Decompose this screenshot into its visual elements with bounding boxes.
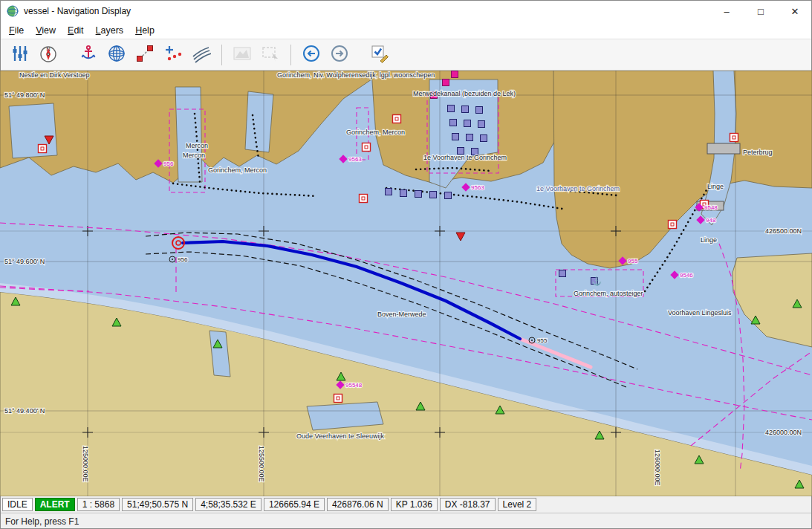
status-field: 1 : 5868 (77, 498, 120, 511)
berth-symbol (363, 143, 371, 152)
place-label: 1e Voorhaven te Gorinchem (536, 185, 620, 192)
hectometre-dot (531, 340, 533, 341)
berth-symbol (360, 195, 368, 203)
moored-vessel-symbol (450, 120, 457, 126)
window-title: vessel - Navigation Display (24, 6, 131, 16)
parallel-lines-icon (192, 44, 211, 65)
moored-vessel-symbol (467, 134, 473, 141)
hectometre-label: 955 (537, 337, 548, 344)
place-label: Gorinchem, autosteiger (574, 290, 643, 297)
berth-symbol (730, 134, 738, 142)
aid-number-label: 9563 (348, 156, 362, 163)
anchorage-icon: ⚓ (591, 276, 602, 286)
place-label: Linge (707, 183, 724, 190)
display-settings-button[interactable] (6, 42, 34, 68)
berth-symbol (334, 395, 342, 403)
anchor-button[interactable] (74, 42, 103, 68)
status-idle: IDLE (2, 498, 33, 511)
aid-number-label: 956 (163, 160, 174, 167)
moored-vessel-symbol (462, 106, 469, 113)
moored-vessel-symbol (400, 190, 407, 197)
place-label: Merwedekanaal (bezuiden de Lek) (413, 90, 516, 97)
menu-edit[interactable]: Edit (62, 24, 90, 37)
aid-number-label: 9563 (471, 184, 484, 191)
berth-symbol (39, 145, 47, 153)
status-field: 4;58;35.532 E (195, 498, 262, 511)
parallel-routes-button[interactable] (187, 42, 215, 68)
compass-button[interactable]: N (34, 42, 62, 68)
place-label: Boven-Merwede (377, 311, 426, 318)
compass-icon: N (39, 44, 58, 65)
waypoint-icon (163, 44, 183, 65)
grid-coordinate-label: 125500.00E (258, 446, 265, 482)
place-label: Mercon (183, 152, 205, 159)
moored-vessel-symbol (559, 270, 566, 277)
line-icon (135, 44, 155, 65)
status-field: 51;49;50.575 N (122, 498, 193, 511)
grid-coordinate-label: 125000.00E (82, 446, 89, 482)
hectometre-label: 956 (178, 256, 188, 263)
place-label: Gorinchem, Mercon (346, 129, 405, 136)
anchor-icon (79, 44, 98, 65)
moored-vessel-symbol (478, 121, 485, 128)
chart-icon (233, 44, 252, 65)
select-area-button (256, 42, 285, 68)
menu-view[interactable]: View (30, 24, 62, 37)
chart-image-button (228, 42, 256, 68)
help-text: For Help, press F1 (5, 516, 79, 527)
moored-vessel-symbol (452, 134, 459, 140)
globe-button[interactable] (103, 42, 131, 68)
aid-number-label: 9548 (704, 204, 718, 211)
place-label: Gorinchem, Niv. Wolpherensedijk, lgpl. w… (277, 71, 435, 79)
place-label: Voorhaven Lingesluis (668, 309, 732, 317)
place-label: Gorinchem, Mercon (208, 166, 267, 174)
minimize-button[interactable]: – (709, 0, 744, 22)
menu-file[interactable]: File (3, 24, 30, 37)
status-field: DX -818.37 (440, 498, 496, 511)
place-label: Peterbrug (743, 149, 773, 156)
moored-vessel-symbol (445, 192, 452, 199)
window-controls: – □ ✕ (709, 0, 812, 22)
berth-symbol (669, 221, 677, 229)
back-arrow-icon (302, 44, 321, 65)
aid-number-label: 948 (706, 217, 716, 224)
chart-area[interactable]: 956956395639559548948954695548956955⚓Nes… (0, 71, 812, 496)
check-pen-icon (370, 44, 389, 65)
close-button[interactable]: ✕ (778, 0, 812, 22)
grid-coordinate-label: 426000.00N (765, 429, 802, 436)
moored-vessel-symbol (430, 192, 437, 198)
moored-vessel-symbol (476, 107, 483, 114)
bridge-symbol (707, 143, 740, 154)
menu-layers[interactable]: Layers (90, 24, 130, 37)
moored-vessel-symbol (481, 135, 487, 142)
add-waypoint-button[interactable] (159, 42, 187, 68)
latitude-label: 51° 49.600' N (4, 258, 45, 265)
status-field: 126665.94 E (264, 498, 325, 511)
next-view-button[interactable] (325, 42, 354, 68)
status-bar: IDLEALERT1 : 586851;49;50.575 N4;58;35.5… (0, 496, 812, 513)
forward-arrow-icon (330, 44, 349, 65)
moored-vessel-symbol (448, 106, 455, 112)
maximize-button[interactable]: □ (744, 0, 778, 22)
app-icon (7, 5, 19, 17)
previous-view-button[interactable] (297, 42, 325, 68)
pond-top-left (9, 103, 57, 158)
toolbar-separator (290, 45, 291, 65)
status-field: Level 2 (498, 498, 537, 511)
magenta-square-symbol (452, 71, 458, 78)
aid-number-label: 955 (628, 258, 638, 264)
grid-coordinate-label: 126000.00E (654, 450, 661, 486)
place-label: Oude Veerhaven te Sleeuwijk (296, 432, 385, 440)
place-label: Nestle en Dirk Verstoep (19, 71, 90, 79)
sliders-icon (10, 44, 30, 65)
magenta-square-symbol (443, 79, 449, 86)
validate-route-button[interactable] (366, 42, 394, 68)
menu-help[interactable]: Help (129, 24, 160, 37)
select-rect-icon (261, 44, 280, 65)
nautical-chart: 956956395639559548948954695548956955⚓Nes… (0, 71, 812, 496)
draw-line-button[interactable] (131, 42, 159, 68)
moored-vessel-symbol (386, 189, 392, 195)
title-bar: vessel - Navigation Display – □ ✕ (0, 0, 812, 22)
menu-bar: File View Edit Layers Help (0, 22, 812, 39)
aid-number-label: 9546 (680, 272, 693, 279)
